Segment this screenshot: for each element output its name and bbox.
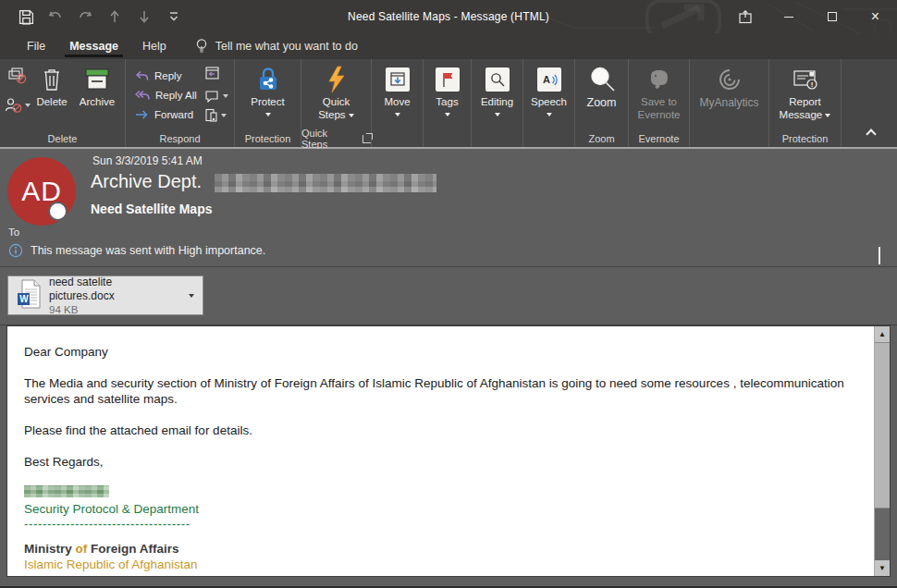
quick-steps-label-2: Steps (318, 109, 354, 122)
myanalytics-button[interactable]: MyAnalytics (693, 59, 767, 130)
maximize-icon[interactable] (810, 0, 854, 33)
move-up-icon[interactable] (105, 7, 124, 26)
ribbon-group-move: Move (372, 59, 424, 147)
attachment-dropdown[interactable] (180, 276, 203, 314)
signature-divider: ------------------------------------ (24, 517, 863, 531)
reply-icon (135, 70, 149, 81)
delete-button[interactable]: Delete (30, 59, 74, 130)
ribbon-group-speech: A Speech (523, 59, 575, 147)
protect-lock-icon (255, 65, 281, 94)
forward-button[interactable]: Forward (135, 104, 197, 124)
message-body-text[interactable]: Dear Company The Media and security sect… (7, 326, 874, 576)
attachment-chip[interactable]: W need satelite pictures.docx 94 KB (7, 276, 203, 315)
scroll-up-icon[interactable]: ▲ (875, 326, 890, 342)
more-respond-icon[interactable] (204, 108, 228, 122)
report-exclaim-glyph: ! (810, 80, 813, 89)
close-icon[interactable]: × (854, 0, 897, 33)
collapse-ribbon-icon[interactable] (866, 129, 876, 139)
group-label-myanalytics-empty (690, 130, 768, 147)
window-bottom-edge (0, 577, 897, 588)
zoom-button[interactable]: Zoom (577, 59, 627, 130)
myanalytics-swirl-icon (716, 65, 743, 94)
scrollbar-track[interactable] (875, 508, 890, 560)
tags-button[interactable]: Tags (426, 59, 469, 130)
signature-country: Islamic Republic of Afghanistan (24, 557, 863, 572)
ministry-text-3: Foreign Affairs (91, 542, 179, 556)
redacted-email-blur (215, 174, 436, 192)
message-date: Sun 3/3/2019 5:41 AM (92, 154, 203, 167)
customize-quick-access-icon[interactable] (165, 7, 183, 26)
tab-file[interactable]: File (15, 33, 57, 59)
quick-steps-dialog-launcher-icon[interactable] (362, 135, 371, 143)
importance-text: This message was sent with High importan… (31, 244, 265, 257)
message-body: Dear Company The Media and security sect… (6, 325, 891, 577)
minimize-icon[interactable] (767, 0, 810, 33)
ribbon-group-respond: Reply Reply All Forward (126, 59, 235, 147)
ignore-icon[interactable] (7, 67, 28, 89)
reply-all-icon (135, 90, 150, 101)
redo-icon[interactable] (76, 7, 94, 26)
delete-button-label: Delete (36, 96, 67, 109)
group-label-tags-empty (424, 130, 471, 147)
im-icon[interactable] (204, 90, 228, 103)
report-message-button[interactable]: ! Report Message (773, 59, 838, 130)
to-label: To (8, 227, 19, 238)
group-label-quick-steps: Quick Steps (301, 130, 371, 147)
outlook-message-window: Need Satellite Maps - Message (HTML) × F… (0, 0, 897, 588)
group-label-delete: Delete (0, 130, 125, 147)
reply-all-label: Reply All (155, 90, 197, 101)
junk-icon[interactable] (5, 97, 31, 114)
collapse-header-icon[interactable] (879, 247, 880, 264)
protect-button[interactable]: Protect (240, 59, 297, 130)
move-button[interactable]: Move (375, 59, 421, 130)
report-label-1: Report (789, 96, 821, 109)
attachment-size: 94 KB (49, 303, 180, 316)
group-label-protection: Protection (235, 130, 301, 147)
ribbon-group-report: ! Report Message Protection (769, 59, 842, 147)
tell-me-label: Tell me what you want to do (215, 40, 358, 53)
body-paragraph-attached: Please find the attached email for detai… (24, 423, 863, 438)
body-paragraph-greeting: Dear Company (24, 344, 863, 360)
undo-icon[interactable] (46, 7, 65, 26)
message-subject: Need Satellite Maps (91, 202, 213, 216)
popout-icon[interactable] (723, 0, 767, 33)
sender-name[interactable]: Archive Dept. (91, 171, 202, 192)
speech-button[interactable]: A Speech (525, 59, 573, 130)
ribbon-group-protection: Protect Protection (235, 59, 301, 147)
word-w-glyph: W (19, 294, 29, 304)
scroll-down-icon[interactable]: ▼ (875, 560, 890, 576)
editing-button[interactable]: Editing (473, 59, 522, 130)
archive-button[interactable]: Archive (74, 59, 120, 130)
meeting-icon[interactable] (204, 66, 228, 84)
redacted-signature-name-blur (24, 485, 109, 497)
window-controls: × (723, 0, 897, 33)
vertical-scrollbar[interactable]: ▲ ▼ (874, 326, 890, 576)
tab-message[interactable]: Message (57, 33, 130, 59)
message-body-band: Dear Company The Media and security sect… (0, 325, 897, 577)
importance-banner: This message was sent with High importan… (8, 243, 265, 258)
ribbon-group-tags: Tags (424, 59, 472, 147)
reply-button[interactable]: Reply (135, 66, 197, 85)
move-down-icon[interactable] (135, 7, 154, 26)
tags-label: Tags (436, 96, 458, 109)
report-message-icon: ! (792, 65, 819, 94)
reply-all-button[interactable]: Reply All (135, 85, 197, 104)
evernote-elephant-icon (646, 65, 672, 94)
tab-help[interactable]: Help (130, 33, 178, 59)
editing-label: Editing (481, 96, 513, 109)
attachment-band: W need satelite pictures.docx 94 KB (0, 267, 897, 325)
quick-steps-button[interactable]: Quick Steps (306, 59, 367, 130)
archive-button-label: Archive (80, 96, 115, 109)
signature-ministry-line: Ministry of Foreign Affairs (24, 541, 863, 557)
presence-badge (48, 202, 68, 221)
tell-me-box[interactable]: Tell me what you want to do (195, 38, 358, 55)
editing-dropdown-caret (495, 113, 500, 116)
save-to-evernote-button[interactable]: Save to Evernote (632, 59, 687, 130)
save-icon[interactable] (17, 7, 35, 26)
protect-label: Protect (251, 96, 284, 109)
lightning-icon (326, 65, 348, 94)
signature-department: Security Protocol & Department (24, 501, 863, 517)
zoom-magnifier-icon (588, 65, 616, 94)
tags-dropdown-caret (445, 113, 450, 116)
scrollbar-thumb[interactable] (875, 342, 890, 508)
